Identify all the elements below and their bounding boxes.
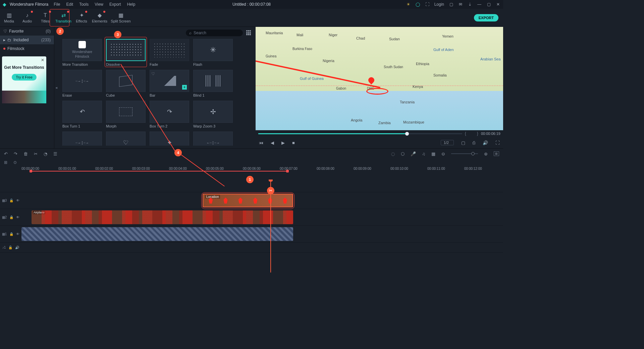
menu-export[interactable]: Export (109, 2, 121, 7)
save-icon[interactable]: ▢ (449, 2, 453, 7)
undo-icon[interactable]: ↶ (4, 151, 8, 156)
transition-extra-4[interactable]: ←·· ¦ ··→ (193, 132, 233, 146)
sidebar-collapse-handle[interactable]: ◂ (54, 27, 58, 148)
menu-tools[interactable]: Tools (79, 2, 89, 7)
ruler-tick: 00:00:12:00 (464, 167, 482, 170)
prev-frame-icon[interactable]: ⏮ (259, 140, 263, 145)
search-input[interactable]: ⌕ Search (186, 30, 243, 36)
tab-splitscreen[interactable]: ▦Split Screen (109, 9, 133, 27)
lock-icon[interactable]: 🔒 (9, 215, 13, 219)
stop-icon[interactable]: ■ (292, 140, 295, 145)
volume-icon[interactable]: 🔊 (483, 140, 488, 145)
export-button[interactable]: EXPORT (474, 14, 498, 21)
menu-file[interactable]: File (54, 2, 60, 7)
ruler-tick: 00:00:02:00 (95, 167, 113, 170)
transition-extra-1[interactable]: ··→ ¦ ··→ (62, 132, 102, 146)
transition-warpzoom3[interactable]: ✢Warp Zoom 3 (193, 101, 233, 128)
snapshot-icon[interactable]: ⎙ (473, 140, 475, 145)
zoom-in-icon[interactable]: ⊕ (484, 151, 488, 156)
zoom-slider[interactable] (451, 153, 478, 154)
mail-icon[interactable]: ✉ (458, 2, 463, 7)
track-filler (0, 180, 503, 192)
transition-morph[interactable]: Morph (106, 101, 146, 128)
preview-panel: Mauritania Mali Niger Chad Sudan Yemen B… (256, 27, 503, 148)
maximize-icon[interactable]: ▢ (486, 2, 491, 7)
sidebar-filmstock[interactable]: Filmstock (0, 44, 54, 53)
layout-icon[interactable]: ▦ (431, 151, 435, 156)
clip-background[interactable] (21, 227, 293, 241)
transition-fade[interactable]: Fade (150, 39, 189, 66)
transition-erase[interactable]: ··→ ¦ ··→Erase (62, 70, 102, 97)
voiceover-icon[interactable]: 🎤 (411, 151, 416, 156)
transition-more[interactable]: WondershareFilmstock More Transition (62, 39, 102, 66)
scrub-bar[interactable] (258, 133, 462, 134)
tab-titles[interactable]: TTitles (36, 9, 54, 27)
lock-icon[interactable]: 🔒 (9, 232, 13, 236)
clip-location[interactable]: Location (203, 194, 293, 207)
zoom-out-icon[interactable]: ⊖ (441, 151, 445, 156)
transition-dissolve[interactable]: Dissolve (106, 39, 146, 66)
minimize-icon[interactable]: — (477, 2, 482, 7)
mute-icon[interactable]: 🔊 (15, 246, 19, 249)
mixer-icon[interactable]: ♫ (422, 151, 425, 156)
transition-boxturn1[interactable]: ↶Box Turn 1 (62, 101, 102, 128)
menu-help[interactable]: Help (127, 2, 136, 7)
notify-icon[interactable]: ⇣ (468, 2, 472, 7)
quality-icon[interactable]: ▢ (461, 140, 465, 145)
playhead[interactable]: ✂ (270, 180, 271, 272)
render-icon[interactable]: ◌ (391, 151, 395, 156)
transition-blind1[interactable]: Blind 1 (193, 70, 233, 97)
speed-icon[interactable]: ◔ (44, 151, 47, 156)
adjust-icon[interactable]: ☰ (53, 151, 57, 156)
tab-transition[interactable]: ⇄Transition (54, 9, 72, 27)
headset-icon[interactable]: ◯ (416, 2, 420, 7)
sidebar-included[interactable]: ▸ 🗀 Included (233) (0, 36, 54, 44)
transition-extra-3[interactable]: ✦ (150, 132, 189, 146)
tab-effects[interactable]: ✦Effects (72, 9, 91, 27)
lock-icon[interactable]: 🔓 (9, 199, 13, 202)
scissors-icon[interactable]: ✂ (267, 187, 274, 194)
eye-icon[interactable]: 👁 (16, 232, 19, 236)
transition-bar[interactable]: ♡+Bar (150, 70, 189, 97)
split-tool-icon[interactable]: ✂ (34, 151, 38, 156)
eye-icon[interactable]: 👁 (16, 215, 19, 219)
promo-close-icon[interactable]: ✕ (41, 58, 44, 62)
transition-flash[interactable]: ✳Flash (193, 39, 233, 66)
timeline-tracks: ✂ ▦3🔓👁 Location ▦2🔒👁 Airplane ▦1🔒👁 ♪1🔓🔊 (0, 180, 503, 272)
tab-media[interactable]: ▥Media (0, 9, 18, 27)
preview-scale[interactable]: 1/2 (441, 140, 454, 145)
zoom-fit-icon[interactable]: ⊞ (494, 151, 499, 156)
login-link[interactable]: Login (434, 2, 444, 7)
ruler-tick: 00:00:11:00 (427, 167, 445, 170)
clip-airplane[interactable]: Airplane (32, 210, 293, 224)
lock-icon[interactable]: 🔓 (8, 246, 12, 249)
promo-cta-button[interactable]: Try it Free (12, 74, 37, 81)
tab-elements[interactable]: ◆Elements (91, 9, 109, 27)
track-manage-icon[interactable]: ⊞ (4, 160, 7, 165)
fullscreen-icon[interactable]: ⛶ (495, 140, 500, 145)
preview-controls: {} 00:00:06:19 ⏮ ◀ ▶ ■ 1/2 ▢ ⎙ 🔊 ⛶ (256, 130, 503, 148)
transition-cube[interactable]: Cube (106, 70, 146, 97)
snap-icon[interactable]: ⊙ (13, 160, 17, 165)
sidebar-favorite[interactable]: ♡ Favorite (0) (0, 27, 54, 36)
title-icon: T (44, 12, 47, 18)
redo-icon[interactable]: ↷ (14, 151, 17, 156)
heart-icon: ♡ (151, 71, 155, 76)
transition-boxturn2[interactable]: ↷Box Turn 2 (150, 101, 189, 128)
timeline-ruler[interactable]: 00:00:00:0000:00:01:0000:00:02:0000:00:0… (21, 166, 499, 180)
marker-icon[interactable]: ⬡ (401, 151, 405, 156)
play-icon[interactable]: ▶ (281, 140, 285, 145)
transition-extra-2[interactable]: ♡ (106, 132, 146, 146)
eye-icon[interactable]: 👁 (16, 199, 19, 202)
gift-icon[interactable]: ⛶ (425, 2, 430, 7)
preview-viewport[interactable]: Mauritania Mali Niger Chad Sudan Yemen B… (256, 27, 503, 130)
grid-view-icon[interactable] (246, 30, 252, 36)
menu-view[interactable]: View (95, 2, 103, 7)
tab-audio[interactable]: ♪Audio (18, 9, 36, 27)
menu-edit[interactable]: Edit (66, 2, 73, 7)
track-audio-1: ♪1🔓🔊 (0, 243, 503, 253)
step-back-icon[interactable]: ◀ (271, 140, 274, 145)
sun-icon[interactable]: ☀ (406, 2, 411, 7)
close-icon[interactable]: ✕ (496, 2, 500, 7)
delete-icon[interactable]: 🗑 (23, 151, 28, 156)
